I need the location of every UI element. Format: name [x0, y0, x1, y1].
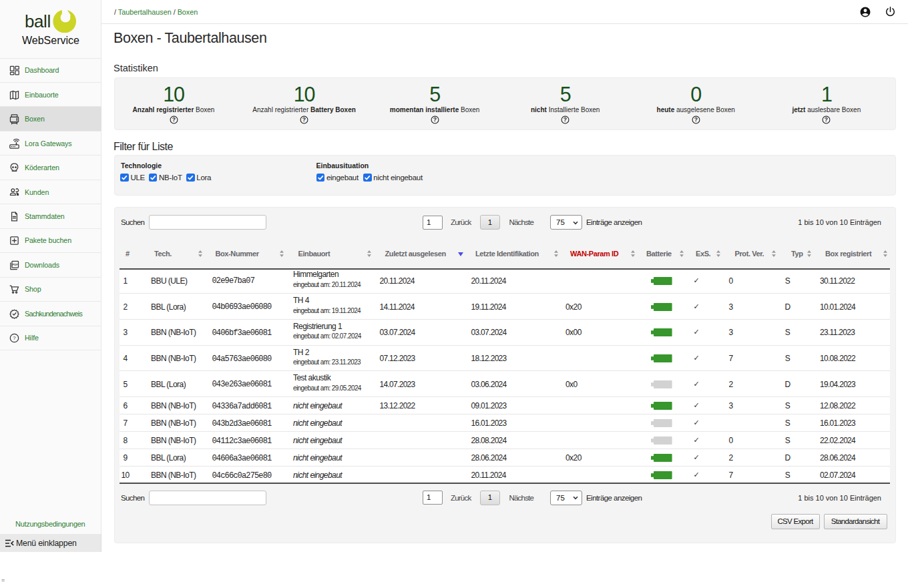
svg-text:PDF: PDF [12, 263, 18, 266]
svg-text:?: ? [694, 116, 698, 123]
svg-text:?: ? [825, 116, 828, 123]
svg-text:?: ? [13, 335, 16, 341]
svg-text:?: ? [172, 116, 175, 123]
svg-text:?: ? [433, 116, 436, 123]
svg-text:?: ? [563, 116, 567, 123]
svg-text:?: ? [302, 116, 306, 123]
